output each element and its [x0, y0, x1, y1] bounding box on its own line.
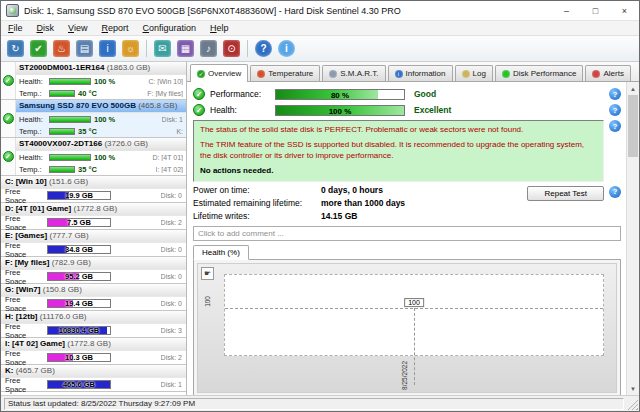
overview-tab-content: ✓ Performance: 80 % Good ? ✓ Health: 100… — [187, 82, 639, 395]
disk-list-item[interactable]: ✓ Samsung SSD 870 EVO 500GB (465.8 GB) H… — [1, 100, 186, 138]
information-icon: i — [395, 70, 403, 78]
health-chart-tab[interactable]: Health (%) — [193, 245, 249, 260]
surface-test-button[interactable]: ▦ — [175, 38, 196, 59]
disk-name: Samsung SSD 870 EVO 500GB (465.8 GB) — [16, 100, 186, 113]
performance-label: Performance: — [210, 89, 270, 99]
partition-list-item[interactable]: D: [4T [01] Game] (1772.8 GB) Free Space… — [1, 203, 186, 230]
tab-disk-performance[interactable]: Disk Performance — [495, 65, 584, 81]
free-space-bar: 465.6 GB — [47, 380, 111, 389]
scroll-up-arrow[interactable]: ▲ — [627, 82, 639, 95]
disk-list-item[interactable]: ✓ ST2000DM001-1ER164 (1863.0 GB) Health:… — [1, 62, 186, 100]
partition-list-item[interactable]: K: (465.7 GB) Free Space 465.6 GB Disk: … — [1, 365, 186, 392]
health-value: 100 % — [276, 106, 404, 115]
smart-button[interactable]: ▤ — [74, 38, 95, 59]
disk-volume-bottom: K: — [176, 128, 183, 135]
tab-label: S.M.A.R.T. — [340, 69, 378, 78]
main-scrollbar[interactable]: ▲ ▼ — [626, 82, 639, 395]
performance-button[interactable]: ☼ — [120, 38, 141, 59]
menu-help[interactable]: Help — [203, 21, 236, 35]
stats-table: Power on time: 0 days, 0 hours Estimated… — [193, 185, 527, 224]
free-space-label: Free Space — [5, 322, 43, 340]
tab-information[interactable]: iInformation — [388, 65, 453, 81]
partition-list-item[interactable]: G: [Win7] (150.8 GB) Free Space 19.4 GB … — [1, 284, 186, 311]
disk-performance-icon — [502, 70, 510, 78]
performance-rating: Good — [414, 89, 436, 99]
repeat-test-help-icon[interactable]: ? — [609, 186, 621, 198]
maximize-button[interactable]: □ — [581, 1, 610, 20]
tab-overview[interactable]: ✓Overview — [190, 64, 248, 82]
partition-disk-number: Disk: 0 — [161, 192, 182, 199]
app-window: Disk: 1, Samsung SSD 870 EVO 500GB [S6P6… — [0, 0, 640, 412]
partition-list-item[interactable]: F: [My files] (782.9 GB) Free Space 95.2… — [1, 257, 186, 284]
shutdown-icon: ⊙ — [223, 40, 240, 57]
partition-disk-number: Disk: 2 — [161, 219, 182, 226]
free-space-value: 34.8 GB — [48, 246, 110, 253]
partition-list-item[interactable]: I: [4T 02] Game] (1772.8 GB) Free Space … — [1, 338, 186, 365]
comment-field[interactable]: Click to add comment ... — [193, 226, 621, 241]
menu-disk[interactable]: Disk — [30, 21, 62, 35]
disk-list-item[interactable]: ✓ ST4000VX007-2DT166 (3726.0 GB) Health:… — [1, 138, 186, 176]
health-label: Health: — [19, 115, 46, 124]
shutdown-button[interactable]: ⊙ — [221, 38, 242, 59]
repeat-test-button[interactable]: Repeat Test — [527, 186, 604, 201]
scroll-thumb[interactable] — [628, 95, 638, 157]
app-icon — [6, 4, 19, 17]
temperature-button[interactable]: ♨ — [51, 38, 72, 59]
free-space-value: 7.5 GB — [48, 219, 110, 226]
performance-help-icon[interactable]: ? — [609, 88, 621, 100]
stat-value: 0 days, 0 hours — [321, 185, 383, 195]
disk-ok-icon: ✓ — [3, 113, 14, 124]
disk-health-row: Health: 100 % Disk: 1 — [16, 113, 186, 125]
stat-row: Estimated remaining lifetime: more than … — [193, 198, 527, 208]
free-space-label: Free Space — [5, 376, 43, 394]
main-tab-bar: ✓OverviewTemperatureS.M.A.R.T.iInformati… — [187, 62, 639, 82]
temp-bar — [49, 166, 75, 173]
help-button[interactable]: ? — [253, 38, 274, 59]
scroll-track[interactable] — [627, 95, 639, 382]
minimize-button[interactable]: – — [552, 1, 581, 20]
stat-value: more than 1000 days — [321, 198, 405, 208]
health-help-icon[interactable]: ? — [609, 104, 621, 116]
resize-grip[interactable] — [627, 399, 638, 410]
chart-y-tick: 100 — [204, 296, 211, 307]
report-button[interactable]: ✉ — [152, 38, 173, 59]
partition-list-item[interactable]: C: [Win 10] (151.6 GB) Free Space 19.9 G… — [1, 176, 186, 203]
status-message-line: The status of the solid state disk is PE… — [200, 125, 597, 135]
menu-file[interactable]: File — [1, 21, 30, 35]
information-button[interactable]: i — [97, 38, 118, 59]
partition-free-row: Free Space 465.6 GB Disk: 1 — [1, 378, 186, 391]
temperature-icon: ♨ — [53, 40, 70, 57]
tab-alerts[interactable]: Alerts — [585, 65, 630, 81]
free-space-bar: 95.2 GB — [47, 272, 111, 281]
title-bar: Disk: 1, Samsung SSD 870 EVO 500GB [S6P6… — [1, 1, 639, 21]
stat-label: Lifetime writes: — [193, 211, 321, 221]
partition-list-item[interactable]: H: [12tb] (11176.0 GB) Free Space 10830.… — [1, 311, 186, 338]
scroll-down-arrow[interactable]: ▼ — [627, 382, 639, 395]
detect-disks-button[interactable]: ↻ — [5, 38, 26, 59]
chart-pan-tool-icon[interactable]: ☛ — [201, 267, 214, 280]
menu-view[interactable]: View — [61, 21, 95, 35]
disk-temp-row: Temp.: 40 °C F: [My files] — [16, 87, 186, 99]
status-help-icon[interactable]: ? — [609, 120, 621, 132]
tab-log[interactable]: Log — [455, 65, 493, 81]
partition-list-item[interactable]: E: [Games] (777.7 GB) Free Space 34.8 GB… — [1, 230, 186, 257]
tab-label: Overview — [208, 69, 241, 78]
toolbar-separator — [146, 40, 147, 57]
about-button[interactable]: i — [276, 38, 297, 59]
close-button[interactable]: × — [610, 1, 639, 20]
sound-button[interactable]: ♪ — [198, 38, 219, 59]
about-icon: i — [278, 40, 295, 57]
temp-label: Temp.: — [19, 127, 46, 136]
temp-label: Temp.: — [19, 89, 46, 98]
free-space-bar: 10830.4 GB — [47, 326, 111, 335]
overview-button[interactable]: ✔ — [28, 38, 49, 59]
menu-report[interactable]: Report — [95, 21, 136, 35]
tab-s-m-a-r-t[interactable]: S.M.A.R.T. — [322, 65, 385, 81]
menu-configuration[interactable]: Configuration — [136, 21, 204, 35]
sound-icon: ♪ — [200, 40, 217, 57]
free-space-label: Free Space — [5, 295, 43, 313]
disk-status-column: ✓ — [1, 100, 16, 137]
disk-body: ST4000VX007-2DT166 (3726.0 GB) Health: 1… — [16, 138, 186, 175]
tab-temperature[interactable]: Temperature — [250, 65, 320, 81]
health-ok-icon: ✓ — [193, 104, 205, 116]
